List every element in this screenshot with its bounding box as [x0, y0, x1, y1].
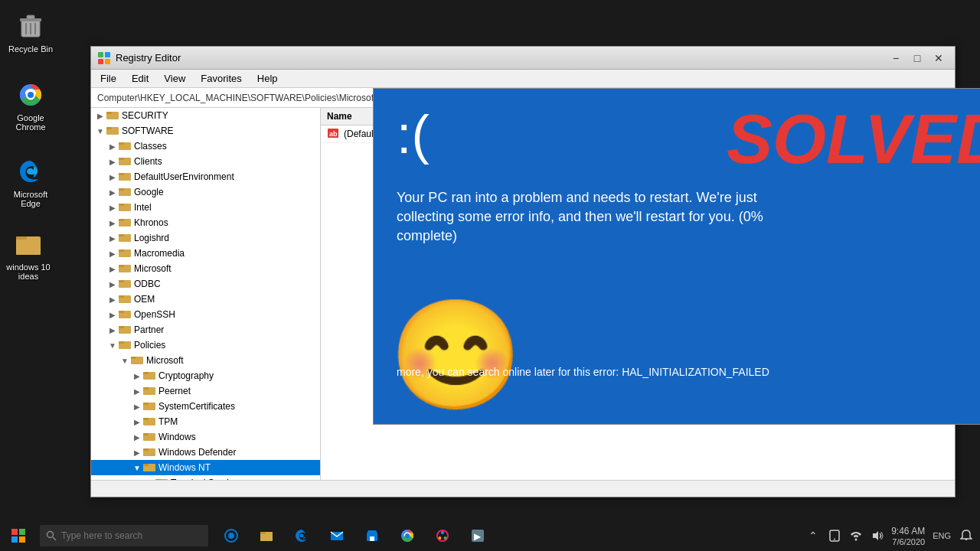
folder-icon: [143, 370, 155, 382]
tree-item[interactable]: ▶ SystemCertificates: [91, 399, 320, 414]
svg-rect-82: [19, 536, 25, 543]
google-chrome-icon[interactable]: Google Chrome: [4, 77, 57, 135]
tree-expander[interactable]: ▼: [106, 339, 119, 351]
tree-item[interactable]: ▶ SECURITY: [91, 108, 320, 123]
tree-item[interactable]: ▶ Khronos: [91, 215, 320, 230]
tree-item[interactable]: ▶ Macromedia: [91, 246, 320, 261]
tree-item[interactable]: ▶ DefaultUserEnvironment: [91, 169, 320, 184]
tree-item[interactable]: ▶ Windows: [91, 429, 320, 445]
tree-item[interactable]: ▶ Peernet: [91, 383, 320, 399]
cortana-icon[interactable]: [214, 520, 248, 551]
tree-item-label: TPM: [158, 416, 178, 427]
tree-item[interactable]: ▶ TPM: [91, 414, 320, 429]
tree-expander[interactable]: ▼: [119, 354, 131, 367]
chrome-taskbar-icon[interactable]: [390, 520, 424, 551]
tree-expander[interactable]: ▶: [106, 247, 119, 259]
tree-item[interactable]: ▶ Logishrd: [91, 230, 320, 246]
svg-rect-26: [119, 173, 124, 175]
folder-icon: [119, 140, 131, 152]
close-button[interactable]: ✕: [929, 50, 949, 67]
tree-expander[interactable]: ▶: [131, 400, 143, 412]
tree-expander[interactable]: ▶: [106, 186, 119, 198]
tree-item[interactable]: ▶ OpenSSH: [91, 307, 320, 322]
tree-item[interactable]: ▶ Windows Defender: [91, 445, 320, 460]
svg-rect-79: [11, 529, 18, 535]
tree-expander[interactable]: ▶: [106, 324, 119, 336]
menu-edit[interactable]: Edit: [126, 71, 155, 86]
file-explorer-taskbar-icon[interactable]: [250, 520, 283, 551]
tree-item[interactable]: ▶ OEM: [91, 292, 320, 307]
menu-favorites[interactable]: Favorites: [194, 71, 247, 86]
tree-item[interactable]: ▶ Google: [91, 184, 320, 200]
microsoft-edge-icon[interactable]: Microsoft Edge: [4, 153, 57, 211]
tree-item[interactable]: ▶ Cryptography: [91, 368, 320, 383]
tree-expander[interactable]: ▶: [106, 155, 119, 168]
menu-help[interactable]: Help: [251, 71, 284, 86]
windows-ideas-icon[interactable]: windows 10 ideas: [2, 226, 55, 284]
menu-view[interactable]: View: [158, 71, 191, 86]
tree-item[interactable]: ▶ Clients: [91, 154, 320, 169]
svg-rect-60: [143, 433, 149, 435]
bsod-main-text: Your PC ran into a problem and needs to …: [397, 188, 980, 246]
tablet-mode-icon[interactable]: [827, 528, 842, 543]
search-input[interactable]: [61, 530, 199, 541]
maximize-button[interactable]: □: [907, 50, 927, 67]
tree-expander[interactable]: ▶: [131, 416, 143, 428]
chevron-up-icon[interactable]: ⌃: [805, 528, 821, 543]
menu-file[interactable]: File: [94, 71, 122, 86]
tree-expander[interactable]: ▶: [131, 446, 143, 458]
tree-item[interactable]: ▶ ODBC: [91, 276, 320, 292]
tree-item[interactable]: ▶ Partner: [91, 322, 320, 337]
tree-panel[interactable]: ▶ SECURITY▼ SOFTWARE▶ Classes▶ Clients▶ …: [91, 108, 321, 480]
network-icon[interactable]: [848, 528, 864, 543]
tree-expander[interactable]: ▶: [106, 293, 119, 305]
tree-item[interactable]: ▶ Microsoft: [91, 261, 320, 276]
tree-expander[interactable]: ▶: [106, 140, 119, 152]
tree-item[interactable]: ▶ Classes: [91, 139, 320, 154]
tree-item[interactable]: ▶ Intel: [91, 200, 320, 215]
tree-expander[interactable]: ▼: [131, 461, 143, 474]
tree-expander[interactable]: ▶: [106, 278, 119, 290]
tree-expander[interactable]: ▶: [106, 171, 119, 183]
bsod-emoji: 😊: [389, 302, 523, 409]
svg-line-84: [53, 537, 56, 540]
tree-item[interactable]: ▼ Policies: [91, 337, 320, 353]
taskbar-search-bar[interactable]: [40, 525, 208, 546]
edge-taskbar-icon[interactable]: [285, 520, 318, 551]
tree-item[interactable]: ▶ Terminal Services: [91, 475, 320, 480]
tree-expander[interactable]: ▶: [143, 477, 155, 480]
tree-item[interactable]: ▼ Microsoft: [91, 353, 320, 368]
svg-marker-105: [873, 531, 878, 540]
volume-icon[interactable]: [870, 528, 885, 543]
tree-expander[interactable]: ▶: [106, 232, 119, 244]
clock-display[interactable]: 9:46 AM 7/6/2020: [891, 526, 925, 546]
tree-item[interactable]: ▼ Windows NT: [91, 460, 320, 475]
start-button[interactable]: [0, 520, 37, 551]
tree-expander[interactable]: ▼: [94, 125, 106, 137]
extra-taskbar-icon[interactable]: ▶: [461, 520, 495, 551]
folder-icon: [131, 354, 143, 367]
store-taskbar-icon[interactable]: [355, 520, 389, 551]
tree-expander[interactable]: ▶: [131, 431, 143, 443]
tree-expander[interactable]: ▶: [94, 109, 106, 122]
date-display: 7/6/2020: [892, 537, 925, 546]
bsod-error-line: more, you can search online later for th…: [397, 366, 980, 378]
tree-item-label: Intel: [134, 202, 152, 213]
tree-expander[interactable]: ▶: [106, 217, 119, 229]
tree-expander[interactable]: ▶: [106, 201, 119, 214]
tree-expander[interactable]: ▶: [131, 385, 143, 397]
folder-icon: [106, 109, 119, 122]
tree-item-label: SOFTWARE: [122, 126, 174, 136]
language-indicator[interactable]: ENG: [931, 528, 952, 543]
tree-expander[interactable]: ▶: [106, 308, 119, 321]
minimize-button[interactable]: −: [886, 50, 906, 67]
tree-expander[interactable]: ▶: [106, 262, 119, 275]
tree-expander[interactable]: ▶: [131, 370, 143, 382]
tree-item[interactable]: ▼ SOFTWARE: [91, 123, 320, 139]
recycle-bin-icon[interactable]: Recycle Bin: [4, 8, 57, 57]
paint-taskbar-icon[interactable]: [426, 520, 459, 551]
svg-point-103: [834, 539, 835, 540]
svg-rect-80: [19, 529, 25, 535]
mail-taskbar-icon[interactable]: [320, 520, 354, 551]
notification-icon[interactable]: [959, 528, 974, 543]
